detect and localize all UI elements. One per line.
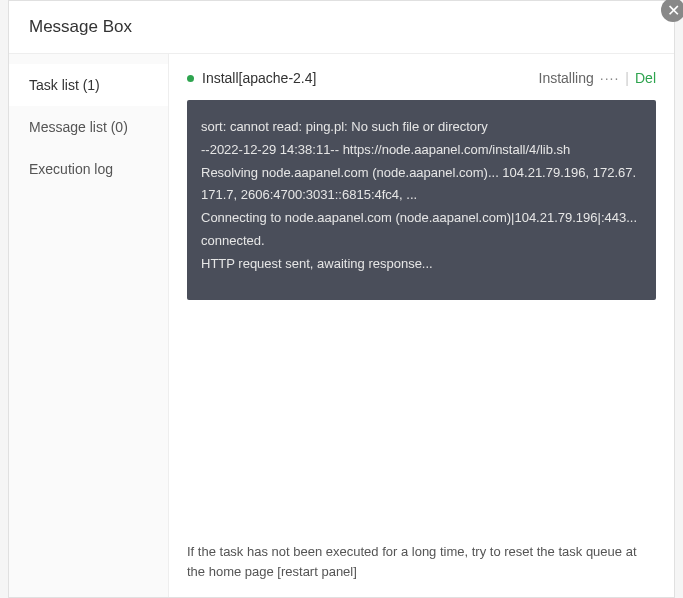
status-dot-icon (187, 75, 194, 82)
close-button[interactable]: ✕ (661, 0, 683, 22)
console-line: --2022-12-29 14:38:11-- https://node.aap… (201, 139, 642, 162)
task-row: Install[apache-2.4] Installing ···· | De… (187, 70, 656, 86)
sidebar: Task list (1) Message list (0) Execution… (9, 54, 169, 597)
delete-task-link[interactable]: Del (635, 70, 656, 86)
task-name: Install[apache-2.4] (202, 70, 316, 86)
sidebar-item-task-list[interactable]: Task list (1) (9, 64, 168, 106)
modal-title: Message Box (9, 1, 674, 54)
sidebar-item-execution-log[interactable]: Execution log (9, 148, 168, 190)
restart-panel-link[interactable]: [restart panel] (277, 564, 357, 579)
console-line: sort: cannot read: ping.pl: No such file… (201, 116, 642, 139)
message-box-modal: Message Box Task list (1) Message list (… (8, 0, 675, 598)
footer-note: If the task has not been executed for a … (187, 542, 656, 581)
spinner-icon: ···· (600, 70, 620, 86)
sidebar-item-label: Task list (1) (29, 77, 100, 93)
sidebar-item-label: Execution log (29, 161, 113, 177)
console-output: sort: cannot read: ping.pl: No such file… (187, 100, 656, 300)
close-icon: ✕ (667, 1, 680, 20)
console-line: Resolving node.aapanel.com (node.aapanel… (201, 162, 642, 208)
console-line: HTTP request sent, awaiting response... (201, 253, 642, 276)
content-panel: Install[apache-2.4] Installing ···· | De… (169, 54, 674, 597)
console-line: Connecting to node.aapanel.com (node.aap… (201, 207, 642, 253)
footer-text: If the task has not been executed for a … (187, 544, 637, 579)
divider: | (625, 70, 629, 86)
task-status: Installing (539, 70, 594, 86)
sidebar-item-label: Message list (0) (29, 119, 128, 135)
sidebar-item-message-list[interactable]: Message list (0) (9, 106, 168, 148)
